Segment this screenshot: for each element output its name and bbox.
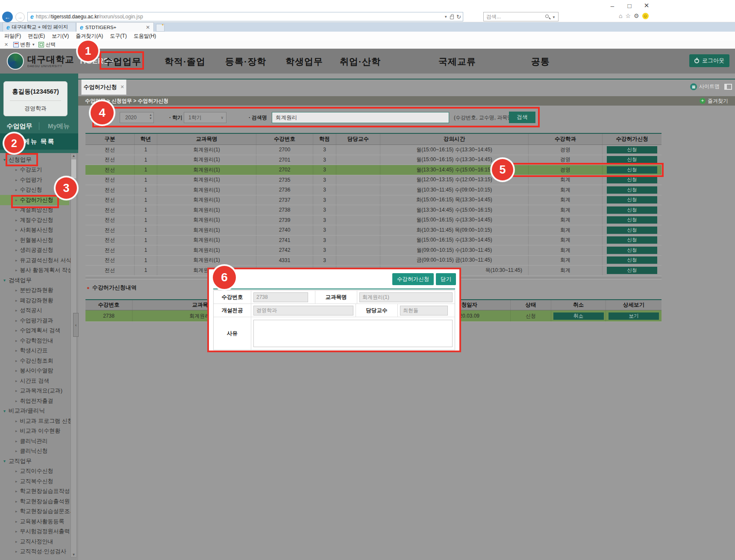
tree-item[interactable]: ▸취업전자출결	[0, 396, 78, 406]
nav-item-1[interactable]: 수업업무	[104, 56, 141, 68]
nav-item-7[interactable]: 공통	[531, 56, 550, 68]
tree-item[interactable]: ▸클리닉관리	[0, 436, 78, 446]
dialog-apply-button[interactable]: 수강허가신청	[392, 273, 434, 285]
course-row[interactable]: 전선1회계원리(1)27403화(10:30~11:45) 목(09:00~10…	[85, 225, 662, 236]
tab-close-icon[interactable]: ✕	[146, 24, 150, 30]
tree-item[interactable]: ▸수업평가결과	[0, 315, 78, 326]
tree-item[interactable]: ▸시간표 검색	[0, 376, 78, 386]
tree-item[interactable]: ▸수강포기	[0, 165, 78, 175]
year-stepper[interactable]: 2020 ▲▼	[120, 112, 154, 123]
tree-item-active[interactable]: ▸수강허가신청	[0, 195, 69, 205]
apply-button[interactable]: 신청	[607, 236, 657, 244]
close-button[interactable]: ✕	[641, 2, 652, 9]
search-dropdown-icon[interactable]: ▼	[552, 15, 556, 19]
add-favorites-link[interactable]: + 즐겨찾기	[700, 97, 728, 105]
tree-item[interactable]: ▸교직이수신청	[0, 466, 78, 477]
sidebar-collapse-handle[interactable]: ‹	[73, 313, 79, 337]
new-tab-button[interactable]	[156, 24, 165, 32]
browser-tab-2[interactable]: e STDTIGERS+ ✕	[76, 22, 154, 32]
smiley-feedback-icon[interactable]: ☺	[642, 13, 649, 19]
tree-item[interactable]: ▸수업계획서 검색	[0, 326, 78, 336]
tree-item[interactable]: ▸교직복수신청	[0, 476, 78, 486]
tree-item[interactable]: ▸교육봉사활동등록	[0, 516, 78, 527]
nav-item-3[interactable]: 등록·장학	[225, 56, 266, 68]
tree-item[interactable]: ▸폐강강좌현황	[0, 295, 78, 306]
page-tab-close-icon[interactable]: ✕	[120, 84, 124, 90]
major-field[interactable]: 경영학과	[253, 306, 353, 315]
tree-item[interactable]: ▸계절희망신청	[0, 205, 78, 215]
refresh-icon[interactable]: ↻	[456, 14, 461, 20]
browser-search-input[interactable]: 검색... ▼	[483, 12, 559, 21]
tree-item[interactable]: ▸분반강좌현황	[0, 286, 78, 296]
tree-item[interactable]: ▸유고결석신청서 서식	[0, 255, 78, 265]
tree-item[interactable]: ▸사회봉사신청	[0, 225, 78, 236]
apply-button[interactable]: 신청	[607, 196, 657, 203]
nav-item-6[interactable]: 국제교류	[438, 56, 476, 68]
scroll-down-icon[interactable]: ▼	[71, 553, 76, 557]
browser-tab-1[interactable]: e 대구대학교 + 메인 페이지	[3, 22, 76, 32]
select-command[interactable]: 선택	[38, 41, 56, 48]
course-row[interactable]: 전선1회계원리(1)27393월(15:00~16:15) 수(13:30~14…	[85, 215, 662, 226]
course-row[interactable]: 전선1회계원리(1)27013월(15:00~16:15) 수(13:30~14…	[85, 155, 662, 165]
professor-field[interactable]: 최현돌	[400, 306, 448, 315]
layout-toggle-icon[interactable]	[724, 84, 732, 90]
tree-item[interactable]: ▸무시험검정원서출력	[0, 527, 78, 537]
tree-item[interactable]: ▸클리닉신청	[0, 446, 78, 457]
course-row[interactable]: 전선1회계원리(1)27023월(13:30~14:45) 수(15:00~16…	[85, 165, 662, 175]
stepper-arrows-icon[interactable]: ▲▼	[149, 113, 152, 121]
apply-button[interactable]: 신청	[607, 186, 657, 194]
forward-button[interactable]: →	[15, 12, 25, 22]
tree-item[interactable]: ▸학교현장실습설문조사	[0, 507, 78, 517]
tree-item[interactable]: ▸학교현장실습출석원	[0, 496, 78, 507]
tree-item[interactable]: ▸계절수강신청	[0, 215, 78, 225]
scrollbar-thumb[interactable]	[71, 159, 76, 178]
apply-button[interactable]: 신청	[607, 227, 657, 234]
url-field[interactable]: e https://tigersstd.daegu.ac.kr/nxrun/ss…	[27, 12, 463, 21]
nav-item-4[interactable]: 학생업무	[285, 56, 323, 68]
dialog-close-button[interactable]: 닫기	[436, 273, 456, 285]
browser-menu-item[interactable]: 즐겨찾기(A)	[76, 32, 103, 40]
tree-item[interactable]: ▸비교과 프로그램 신청	[0, 416, 78, 426]
logout-button[interactable]: 로그아웃	[689, 54, 729, 67]
apply-button[interactable]: 신청	[607, 206, 657, 214]
maximize-button[interactable]: □	[624, 2, 635, 9]
url-dropdown-icon[interactable]: ▼	[444, 15, 447, 19]
apply-button[interactable]: 신청	[607, 216, 657, 224]
apply-button[interactable]: 신청	[607, 247, 657, 254]
tree-section[interactable]: ▾비교과/클리닉	[0, 406, 78, 416]
sitemap-link[interactable]: ▦ 사이트맵	[690, 83, 720, 90]
course-row[interactable]: 전선1회계원리(1)27363월(10:30~11:45) 수(09:00~10…	[85, 185, 662, 195]
tree-item[interactable]: ▸수강신청조회	[0, 356, 78, 366]
course-row[interactable]: 전선1회계원리(1)43313금(09:00~10:15) 금(10:30~11…	[85, 256, 662, 266]
tree-item[interactable]: ▸비교과 이수현황	[0, 426, 78, 436]
tree-item[interactable]: ▸봉사이수열람	[0, 366, 78, 376]
apply-button[interactable]: 신청	[607, 256, 657, 264]
search-button[interactable]: 검색	[509, 112, 535, 123]
home-icon[interactable]: ⌂	[619, 12, 622, 19]
course-row[interactable]: 전선1회계원리(1)27373화(15:00~16:15) 목(13:30~14…	[85, 195, 662, 206]
settings-gear-icon[interactable]: ⚙	[634, 12, 639, 19]
browser-menu-item[interactable]: 도구(T)	[110, 32, 126, 40]
detail-button[interactable]: 보기	[609, 312, 659, 320]
minimize-button[interactable]: –	[607, 2, 618, 9]
tree-item[interactable]: ▸헌혈봉사신청	[0, 235, 78, 245]
sidebar-tab-mymenu[interactable]: My메뉴	[39, 122, 78, 130]
browser-menu-item[interactable]: 도움말(H)	[134, 32, 156, 40]
browser-menu-item[interactable]: 편집(E)	[28, 32, 45, 40]
nav-item-5[interactable]: 취업·산학	[340, 56, 381, 68]
semester-select[interactable]: 1학기 ∨	[184, 112, 226, 123]
browser-menu-item[interactable]: 파일(F)	[4, 32, 21, 40]
cancel-button[interactable]: 취소	[553, 312, 604, 320]
nav-item-2[interactable]: 학적·졸업	[165, 56, 206, 68]
back-button[interactable]: ←	[2, 12, 13, 22]
tree-section[interactable]: ▾검색업무	[0, 275, 78, 286]
course-row[interactable]: 전선1회계원리(1)27003월(15:00~16:15) 수(13:30~14…	[85, 145, 662, 155]
course-row[interactable]: 전선1회계원리(1)27353월(12:00~13:15) 수(12:00~13…	[85, 175, 662, 186]
apply-button[interactable]: 신청	[607, 146, 657, 153]
browser-menu-item[interactable]: 보기(V)	[52, 32, 69, 40]
keyword-input[interactable]	[272, 112, 449, 123]
tree-item[interactable]: ▸학교현장실습표작성	[0, 486, 78, 497]
tree-item[interactable]: ▸학생시간표	[0, 346, 78, 356]
search-icon[interactable]	[545, 15, 549, 18]
toolbar-close-icon[interactable]: ✕	[4, 42, 8, 47]
